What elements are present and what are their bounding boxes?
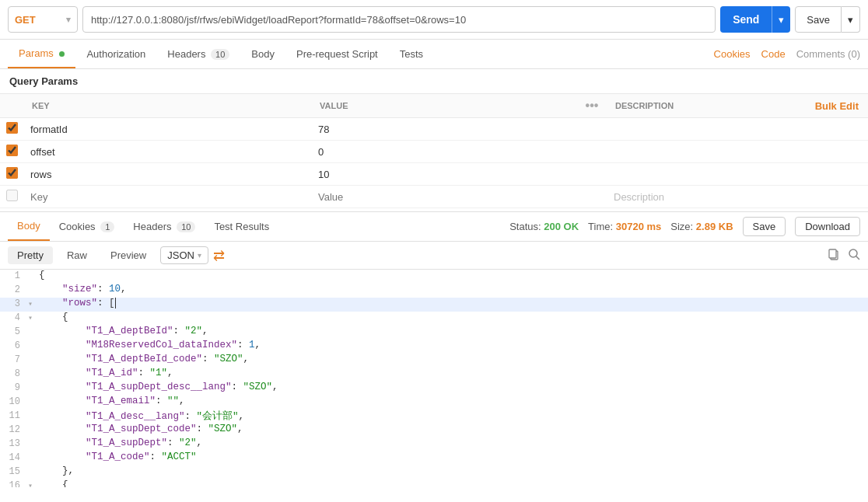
line-content: "T1_A_desc__lang": "会计部", <box>39 410 868 423</box>
resp-tab-headers[interactable]: Headers 10 <box>124 213 205 240</box>
wrap-icon[interactable]: ⇄ <box>213 247 225 264</box>
time-label: Time: 30720 ms <box>588 221 661 232</box>
line-number: 13 <box>0 438 28 449</box>
save-dropdown-button[interactable]: ▾ <box>842 6 860 33</box>
headers-badge: 10 <box>211 49 229 60</box>
table-row: 8 "T1_A_id": "1", <box>0 368 868 382</box>
link-comments[interactable]: Comments (0) <box>796 48 860 60</box>
line-content: "T1_A_id": "1", <box>39 368 868 378</box>
resp-headers-badge: 10 <box>177 221 195 232</box>
size-label: Size: 2.89 KB <box>670 221 733 232</box>
row-options-cell <box>576 141 607 163</box>
resp-save-button[interactable]: Save <box>743 217 786 236</box>
line-content: { <box>39 312 868 322</box>
table-row <box>0 163 868 186</box>
tab-authorization[interactable]: Authorization <box>75 40 156 68</box>
row-value-input[interactable] <box>318 169 570 180</box>
line-number: 12 <box>0 424 28 435</box>
line-content: "rows": [ <box>39 298 868 309</box>
line-arrow: ▾ <box>28 479 39 487</box>
row-extra-cell <box>751 118 868 141</box>
table-row <box>0 141 868 163</box>
line-arrow <box>28 396 39 397</box>
params-table: KEY VALUE ••• DESCRIPTION Bulk Edit <box>0 93 868 208</box>
line-number: 10 <box>0 396 28 407</box>
line-arrow <box>28 326 39 327</box>
bulk-edit-link[interactable]: Bulk Edit <box>815 100 859 112</box>
row-key-input[interactable] <box>30 124 306 135</box>
method-select[interactable]: GET ▾ <box>8 6 78 33</box>
row-checkbox[interactable] <box>6 145 18 156</box>
table-row: 2 "size": 10, <box>0 284 868 298</box>
th-bulk-edit: Bulk Edit <box>751 94 868 118</box>
th-key: KEY <box>24 94 312 118</box>
line-arrow <box>28 368 39 369</box>
resp-tab-cookies[interactable]: Cookies 1 <box>50 213 124 240</box>
send-dropdown-button[interactable]: ▾ <box>772 6 790 33</box>
top-bar: GET ▾ Send ▾ Save ▾ <box>0 0 868 40</box>
line-arrow <box>28 410 39 411</box>
row-value-cell <box>312 186 576 208</box>
row-key-input[interactable] <box>30 169 306 180</box>
tab-right-links: Cookies Code Comments (0) <box>714 48 860 60</box>
tab-tests[interactable]: Tests <box>389 40 434 68</box>
fmt-tab-pretty[interactable]: Pretty <box>8 246 53 264</box>
resp-download-button[interactable]: Download <box>795 217 860 236</box>
search-icon[interactable] <box>848 248 860 263</box>
save-button[interactable]: Save <box>795 6 842 33</box>
th-description: DESCRIPTION <box>607 94 751 118</box>
row-key-cell <box>24 118 312 141</box>
table-row: 13 "T1_A_supDept": "2", <box>0 438 868 451</box>
response-bar: Body Cookies 1 Headers 10 Test Results S… <box>0 211 868 242</box>
link-cookies[interactable]: Cookies <box>714 48 751 60</box>
row-checkbox[interactable] <box>6 167 18 179</box>
row-checkbox[interactable] <box>6 190 18 201</box>
line-number: 15 <box>0 465 28 477</box>
row-value-input[interactable] <box>318 146 570 158</box>
row-key-input[interactable] <box>30 191 306 203</box>
copy-icon[interactable] <box>828 248 840 263</box>
send-button[interactable]: Send <box>720 6 772 33</box>
row-checkbox[interactable] <box>6 122 18 134</box>
table-row <box>0 118 868 141</box>
options-dots[interactable]: ••• <box>586 99 599 112</box>
row-desc-cell <box>607 141 751 163</box>
table-row: 4 ▾ { <box>0 312 868 326</box>
fmt-tab-preview[interactable]: Preview <box>101 246 156 264</box>
line-number: 2 <box>0 284 28 295</box>
line-content: }, <box>39 465 868 476</box>
url-input[interactable] <box>82 6 716 33</box>
resp-tab-test-results[interactable]: Test Results <box>205 213 278 240</box>
row-value-input[interactable] <box>318 124 570 135</box>
tab-prerequest[interactable]: Pre-request Script <box>285 40 389 68</box>
size-value: 2.89 KB <box>696 221 733 232</box>
row-key-input[interactable] <box>30 146 306 158</box>
row-value-input[interactable] <box>318 191 570 203</box>
row-desc-cell <box>607 163 751 186</box>
table-row: 15 }, <box>0 465 868 479</box>
fmt-tab-raw[interactable]: Raw <box>58 246 96 264</box>
cookies-badge: 1 <box>100 221 114 232</box>
line-number: 14 <box>0 451 28 463</box>
row-value-cell <box>312 141 576 163</box>
resp-tab-body[interactable]: Body <box>8 212 50 241</box>
line-content: "T1_A_supDept": "2", <box>39 438 868 448</box>
tab-body[interactable]: Body <box>240 40 285 68</box>
tab-params[interactable]: Params <box>8 40 75 68</box>
json-format-select[interactable]: JSON ▾ <box>160 246 208 264</box>
table-row: 1 { <box>0 270 868 284</box>
row-checkbox-cell <box>0 163 24 186</box>
row-options-cell <box>576 163 607 186</box>
table-row: 16 ▾ { <box>0 479 868 487</box>
th-options: ••• <box>576 94 607 118</box>
link-code[interactable]: Code <box>761 48 786 60</box>
row-options-cell <box>576 118 607 141</box>
line-arrow <box>28 451 39 453</box>
line-content: "size": 10, <box>39 284 868 295</box>
line-content: { <box>39 270 868 281</box>
time-value: 30720 ms <box>616 221 662 232</box>
row-value-cell <box>312 163 576 186</box>
table-row: 3 ▾ "rows": [ <box>0 298 868 312</box>
tab-headers[interactable]: Headers 10 <box>156 40 240 68</box>
row-description: Description <box>614 191 664 203</box>
